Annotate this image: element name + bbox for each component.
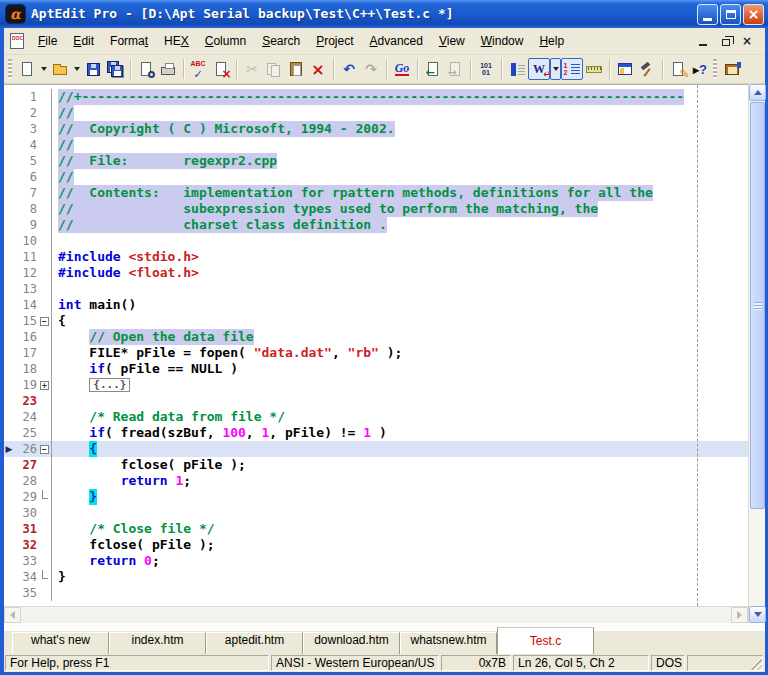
- code-line-12[interactable]: 12#include <float.h>: [4, 265, 748, 281]
- document-icon[interactable]: [10, 33, 24, 49]
- mdi-minimize-button[interactable]: [695, 34, 711, 48]
- code-line-5[interactable]: 5// File: regexpr2.cpp: [4, 153, 748, 169]
- tab-download-htm[interactable]: download.htm: [303, 632, 400, 654]
- maximize-button[interactable]: [720, 4, 741, 25]
- tools-button[interactable]: [636, 58, 658, 80]
- hex-view-button[interactable]: 10101: [475, 58, 497, 80]
- tab-what-s-new[interactable]: what's new: [12, 632, 109, 654]
- code-line-29[interactable]: 29 }: [4, 489, 748, 505]
- fold-toggle[interactable]: −: [38, 313, 51, 329]
- code-line-33[interactable]: 33 return 0;: [4, 553, 748, 569]
- code-line-10[interactable]: 10: [4, 233, 748, 249]
- goto-line-button[interactable]: Go: [391, 58, 413, 80]
- code-line-9[interactable]: 9// charset class definition .: [4, 217, 748, 233]
- save-all-button[interactable]: [104, 58, 126, 80]
- mdi-close-button[interactable]: ×: [739, 34, 755, 48]
- new-file-dropdown[interactable]: [38, 58, 49, 80]
- spell-check-button[interactable]: ABC✓: [188, 58, 210, 80]
- tab-test-c[interactable]: Test.c: [497, 627, 594, 654]
- code-line-11[interactable]: 11#include <stdio.h>: [4, 249, 748, 265]
- code-line-35[interactable]: 35: [4, 585, 748, 601]
- paste-button[interactable]: [285, 58, 307, 80]
- code-line-28[interactable]: 28 return 1;: [4, 473, 748, 489]
- favorites-grip[interactable]: [713, 59, 717, 79]
- code-line-18[interactable]: 18 if( pFile == NULL ): [4, 361, 748, 377]
- close-button[interactable]: ×: [743, 4, 764, 25]
- scroll-down-button[interactable]: [749, 606, 766, 623]
- tab-index-htm[interactable]: index.htm: [109, 632, 206, 654]
- save-file-button[interactable]: [82, 58, 104, 80]
- word-wrap-dropdown[interactable]: [550, 58, 561, 80]
- menu-hex[interactable]: HEX: [156, 30, 197, 52]
- gutter-margin: [4, 569, 14, 585]
- code-line-24[interactable]: 24 /* Read data from file */: [4, 409, 748, 425]
- scroll-up-button[interactable]: [749, 84, 766, 101]
- fold-toggle[interactable]: −: [38, 441, 51, 457]
- horizontal-scrollbar[interactable]: [4, 606, 748, 623]
- scrollbar-thumb[interactable]: [750, 102, 765, 509]
- vertical-scrollbar[interactable]: [748, 84, 765, 623]
- word-wrap-button[interactable]: W↵: [528, 58, 550, 80]
- new-file-button[interactable]: [16, 58, 38, 80]
- menu-window[interactable]: Window: [473, 30, 532, 52]
- menu-view[interactable]: View: [431, 30, 473, 52]
- code-line-34[interactable]: 34}: [4, 569, 748, 585]
- line-numbers-button[interactable]: 12: [561, 58, 583, 80]
- toolbar-grip[interactable]: [8, 59, 12, 79]
- code-line-6[interactable]: 6//: [4, 169, 748, 185]
- menu-format[interactable]: Format: [102, 30, 156, 52]
- code-line-32[interactable]: 32 fclose( pFile );: [4, 537, 748, 553]
- print-preview-button[interactable]: [135, 58, 157, 80]
- open-file-button[interactable]: [49, 58, 71, 80]
- code-line-14[interactable]: 14int main(): [4, 297, 748, 313]
- delete-file-button[interactable]: ×: [210, 58, 232, 80]
- code-line-7[interactable]: 7// Contents: implementation for rpatter…: [4, 185, 748, 201]
- code-line-1[interactable]: 1//+------------------------------------…: [4, 89, 748, 105]
- code-line-4[interactable]: 4//: [4, 137, 748, 153]
- menu-search[interactable]: Search: [254, 30, 308, 52]
- fold-toggle[interactable]: +: [38, 377, 51, 393]
- code-line-3[interactable]: 3// Copyright ( C ) Microsoft, 1994 - 20…: [4, 121, 748, 137]
- tab-aptedit-htm[interactable]: aptedit.htm: [206, 632, 303, 654]
- code-line-23[interactable]: 23: [4, 393, 748, 409]
- favorites-book-button[interactable]: [721, 58, 743, 80]
- minimize-button[interactable]: [697, 4, 718, 25]
- code-line-15[interactable]: 15−{: [4, 313, 748, 329]
- code-line-8[interactable]: 8// subexpression types used to perform …: [4, 201, 748, 217]
- delete-button[interactable]: ×: [307, 58, 329, 80]
- code-line-30[interactable]: 30: [4, 505, 748, 521]
- code-line-17[interactable]: 17 FILE* pFile = fopen( "data.dat", "rb"…: [4, 345, 748, 361]
- file-properties-button[interactable]: ✎: [667, 58, 689, 80]
- menu-help[interactable]: Help: [531, 30, 572, 52]
- code-line-16[interactable]: 16 // Open the data file: [4, 329, 748, 345]
- fold-column: [38, 153, 51, 169]
- column-marker-button[interactable]: [506, 58, 528, 80]
- code-editor[interactable]: 1//+------------------------------------…: [4, 85, 748, 606]
- mdi-restore-button[interactable]: [717, 34, 733, 48]
- tab-whatsnew-htm[interactable]: whatsnew.htm: [400, 632, 497, 654]
- menu-edit[interactable]: Edit: [65, 30, 102, 52]
- code-line-2[interactable]: 2//: [4, 105, 748, 121]
- print-button[interactable]: [157, 58, 179, 80]
- context-help-button[interactable]: ▸?: [689, 58, 711, 80]
- code-line-19[interactable]: 19+ {...}: [4, 377, 748, 393]
- menu-advanced[interactable]: Advanced: [362, 30, 431, 52]
- ruler-button[interactable]: [583, 58, 605, 80]
- code-line-26[interactable]: ▶26− {: [4, 441, 748, 457]
- collapsed-fold-box[interactable]: {...}: [89, 378, 130, 392]
- navigate-back-button[interactable]: ←: [422, 58, 444, 80]
- open-file-dropdown[interactable]: [71, 58, 82, 80]
- code-line-27[interactable]: 27 fclose( pFile );: [4, 457, 748, 473]
- code-line-13[interactable]: 13: [4, 281, 748, 297]
- scroll-left-button[interactable]: [4, 607, 21, 623]
- window-list-button[interactable]: [614, 58, 636, 80]
- menu-file[interactable]: File: [30, 30, 65, 52]
- scroll-right-button[interactable]: [731, 607, 748, 623]
- code-line-31[interactable]: 31 /* Close file */: [4, 521, 748, 537]
- undo-button[interactable]: ↶: [338, 58, 360, 80]
- code-line-25[interactable]: 25 if( fread(szBuf, 100, 1, pFile) != 1 …: [4, 425, 748, 441]
- menu-project[interactable]: Project: [308, 30, 361, 52]
- resize-grip: [687, 655, 763, 671]
- menu-column[interactable]: Column: [197, 30, 254, 52]
- code-text: // File: regexpr2.cpp: [52, 153, 277, 169]
